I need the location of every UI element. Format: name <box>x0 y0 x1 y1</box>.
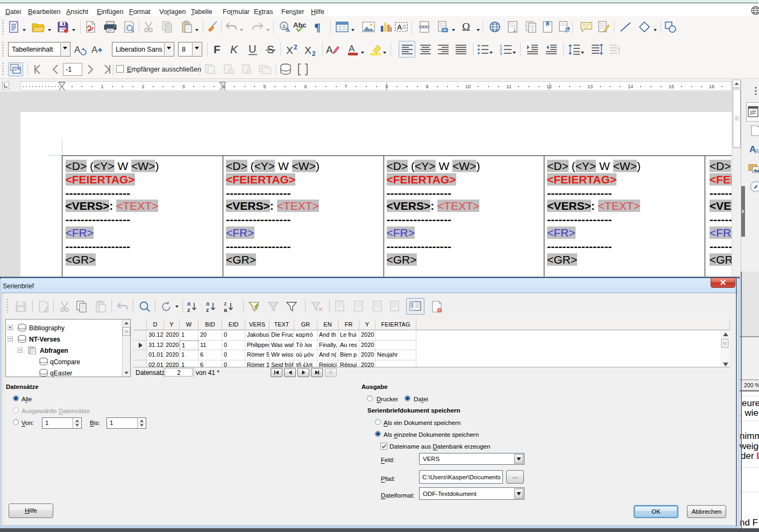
svg-text:A: A <box>755 147 759 155</box>
svg-text:3: 3 <box>500 51 502 56</box>
svg-text:S: S <box>267 43 274 55</box>
svg-text:¶: ¶ <box>314 20 321 33</box>
svg-text:A: A <box>326 44 333 55</box>
svg-text:A: A <box>74 45 81 55</box>
svg-text:a: a <box>187 300 191 307</box>
svg-text:A: A <box>349 44 355 54</box>
svg-text:z: z <box>187 307 190 313</box>
svg-text:i: i <box>532 27 533 32</box>
svg-text:A: A <box>91 45 98 55</box>
svg-text:A: A <box>397 23 402 31</box>
svg-text:Abc: Abc <box>293 21 307 29</box>
svg-text:a: a <box>206 300 210 307</box>
svg-text:z: z <box>224 300 227 307</box>
svg-text:U: U <box>249 43 256 55</box>
svg-text:X: X <box>286 45 293 56</box>
svg-text:X: X <box>304 45 311 56</box>
svg-text:2: 2 <box>312 50 316 56</box>
svg-text:K: K <box>230 43 238 55</box>
svg-text:1: 1 <box>513 27 516 33</box>
svg-text:d: d <box>286 27 289 33</box>
svg-text:z: z <box>206 307 209 313</box>
svg-text:Ω: Ω <box>462 21 470 33</box>
svg-text:a: a <box>224 307 228 313</box>
svg-text:F: F <box>214 43 221 55</box>
svg-text:2: 2 <box>294 44 297 51</box>
